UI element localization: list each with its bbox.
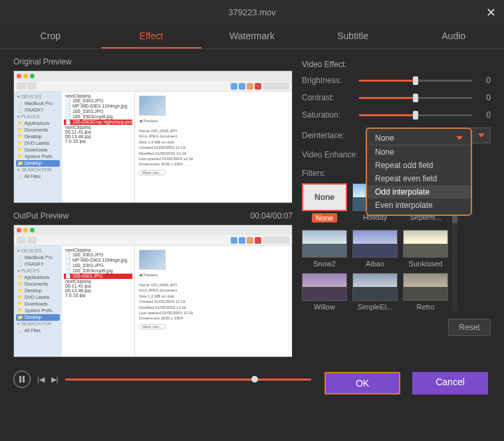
filter-none[interactable]: None None (302, 183, 347, 224)
chevron-down-icon (478, 133, 485, 137)
deinterlace-label: Deinterlace: (302, 131, 360, 140)
output-preview: ▾ DEVICES ⬜ MacBook Pro ⬜ iTAASKY ▾ PLAC… (13, 224, 293, 357)
ok-button[interactable]: OK (324, 372, 400, 395)
brightness-value: 0 (477, 76, 491, 85)
saturation-value: 0 (477, 110, 491, 120)
timeline-playhead[interactable] (251, 376, 258, 383)
cancel-button[interactable]: Cancel (412, 372, 488, 395)
deinterlace-menu: None None Repeat odd field Repeat even f… (366, 128, 472, 216)
video-effect-heading: Video Effect: (302, 60, 491, 69)
tab-audio[interactable]: Audio (403, 24, 504, 48)
footer: OK Cancel (324, 365, 504, 404)
tab-effect[interactable]: Effect (101, 24, 202, 48)
titlebar: 379223.mov ✕ (0, 0, 504, 24)
deinterlace-opt-odd-interpolate[interactable]: Odd interpolate (367, 185, 471, 199)
original-preview-label: Original Preview (13, 57, 293, 66)
deinterlace-menu-header[interactable]: None (367, 132, 471, 145)
contrast-label: Contrast: (302, 93, 354, 102)
saturation-label: Saturation: (302, 110, 354, 120)
contrast-value: 0 (477, 93, 491, 102)
tabs: Crop Effect Watermark Subtitle Audio (0, 24, 504, 49)
timecode: 00:04/00:07 (251, 211, 293, 220)
brightness-label: Brightness: (302, 76, 354, 85)
pause-icon (19, 376, 25, 383)
saturation-slider[interactable] (359, 114, 472, 116)
filter-sunkissed[interactable]: Sunkissed (403, 230, 448, 268)
videoenhance-label: Video Enhance: (302, 150, 360, 159)
pause-button[interactable] (13, 371, 31, 388)
tab-watermark[interactable]: Watermark (201, 24, 303, 48)
next-frame-icon[interactable]: ▶| (51, 375, 59, 384)
contrast-row: Contrast: 0 (302, 93, 491, 102)
window-title: 379223.mov (228, 7, 276, 17)
timeline[interactable] (65, 379, 311, 381)
prev-frame-icon[interactable]: |◀ (37, 375, 45, 384)
filter-snow2[interactable]: Snow2 (302, 230, 347, 268)
chevron-down-icon (456, 136, 463, 140)
deinterlace-row: Deinterlace: None None None Repeat odd f… (302, 128, 491, 143)
brightness-slider[interactable] (359, 80, 472, 82)
deinterlace-opt-none[interactable]: None (367, 145, 471, 159)
filter-willow[interactable]: Willow (302, 273, 347, 311)
close-icon[interactable]: ✕ (486, 5, 496, 20)
filter-simpleel[interactable]: SimpleEl... (352, 273, 398, 311)
tab-subtitle[interactable]: Subtitle (303, 24, 404, 48)
contrast-slider[interactable] (359, 97, 472, 99)
tab-crop[interactable]: Crop (0, 24, 101, 48)
deinterlace-opt-repeat-odd[interactable]: Repeat odd field (367, 159, 471, 172)
svg-rect-1 (23, 376, 25, 383)
deinterlace-opt-even-interpolate[interactable]: Even interpolate (367, 199, 471, 212)
original-preview: ▾ DEVICES ⬜ MacBook Pro ⬜ iTAASKY ▾ PLAC… (13, 70, 293, 203)
reset-button[interactable]: Reset (448, 319, 491, 336)
brightness-row: Brightness: 0 (302, 76, 491, 85)
filter-retro[interactable]: Retro (403, 273, 448, 311)
saturation-row: Saturation: 0 (302, 110, 491, 120)
deinterlace-opt-repeat-even[interactable]: Repeat even field (367, 172, 471, 185)
svg-rect-0 (19, 376, 21, 383)
filter-aibao[interactable]: Aibao (352, 230, 398, 268)
output-preview-label: OutPut Preview 00:04/00:07 (13, 211, 293, 220)
